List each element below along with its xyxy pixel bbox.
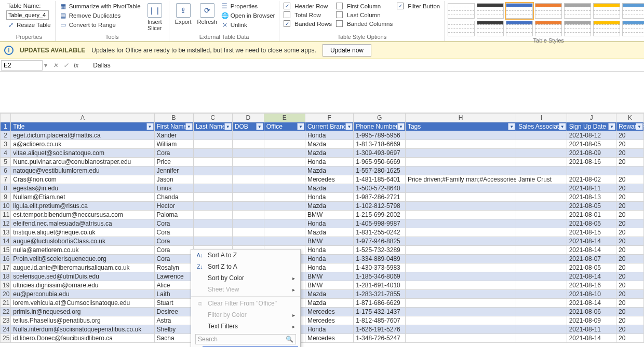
summarize-pivot-button[interactable]: ▦Summarize with PivotTable xyxy=(59,2,142,10)
cell[interactable] xyxy=(516,272,567,281)
cell[interactable] xyxy=(232,175,264,184)
cell[interactable]: 20 xyxy=(616,202,644,211)
cell[interactable]: Cora xyxy=(154,255,193,263)
cell[interactable]: 2021-08-14 xyxy=(567,246,616,255)
cell[interactable]: Lawrence xyxy=(154,272,193,281)
cell[interactable] xyxy=(193,202,232,211)
style-thumb[interactable] xyxy=(477,21,504,36)
cell[interactable]: 2021-08-01 xyxy=(567,211,616,219)
cell[interactable] xyxy=(232,184,264,193)
cell[interactable]: Mercedes xyxy=(305,308,353,316)
cell[interactable] xyxy=(405,228,516,237)
cell[interactable] xyxy=(405,255,516,263)
cell[interactable] xyxy=(264,175,305,184)
cell[interactable]: scelerisque.sed@utmiDuis.edu xyxy=(11,272,154,281)
cancel-icon[interactable]: ✕ xyxy=(53,62,58,69)
cell[interactable]: Mazda xyxy=(305,149,353,158)
cell[interactable]: Shelby xyxy=(154,325,193,334)
cell[interactable]: 1-405-998-9987 xyxy=(354,219,406,228)
style-thumb[interactable] xyxy=(506,3,533,19)
cell[interactable]: ligula.elit.pretium@risus.ca xyxy=(11,202,154,211)
filter-dropdown-icon[interactable]: ▼ xyxy=(508,123,515,130)
cell[interactable]: 2021-08-05 xyxy=(567,263,616,272)
row-header[interactable]: 5 xyxy=(1,158,11,166)
cell[interactable]: eget.dictum.placerat@mattis.ca xyxy=(11,131,154,140)
cell[interactable]: 1-102-812-5798 xyxy=(354,202,406,211)
cell[interactable]: Cras@non.com xyxy=(11,175,154,184)
cell[interactable] xyxy=(193,149,232,158)
cell[interactable]: 1-557-280-1625 xyxy=(354,166,406,175)
cell[interactable]: 2021-08-15 xyxy=(567,228,616,237)
cell[interactable] xyxy=(232,228,264,237)
cell[interactable] xyxy=(264,131,305,140)
styles-gallery[interactable] xyxy=(448,2,644,36)
cell[interactable] xyxy=(232,193,264,202)
row-header[interactable]: 3 xyxy=(1,140,11,149)
cell[interactable]: Honda xyxy=(305,193,353,202)
last-col-checkbox[interactable]: Last Column xyxy=(335,11,394,19)
cell[interactable]: Honda xyxy=(305,255,353,263)
cell[interactable]: Honda xyxy=(305,263,353,272)
cell[interactable]: primis.in@nequesed.org xyxy=(11,308,154,316)
properties-button[interactable]: ☰Properties xyxy=(220,2,276,10)
cell[interactable]: nulla@ametlorem.co.uk xyxy=(11,246,154,255)
cell[interactable]: Stuart xyxy=(154,299,193,308)
style-thumb[interactable] xyxy=(535,3,562,19)
table-header-cell[interactable]: Office▼ xyxy=(264,122,305,131)
row-header[interactable]: 23 xyxy=(1,316,11,325)
cell[interactable]: Linus xyxy=(154,184,193,193)
style-thumb[interactable] xyxy=(506,21,533,36)
cell[interactable]: 20 xyxy=(616,228,644,237)
cell[interactable]: Cora xyxy=(154,149,193,158)
cell[interactable] xyxy=(516,140,567,149)
cell[interactable] xyxy=(567,166,616,175)
cell[interactable] xyxy=(516,184,567,193)
cell[interactable] xyxy=(405,158,516,166)
cell[interactable] xyxy=(516,281,567,290)
cell[interactable] xyxy=(232,237,264,246)
filter-button-checkbox[interactable]: ✓Filter Button xyxy=(396,2,441,10)
cell[interactable]: Desiree xyxy=(154,308,193,316)
cell[interactable] xyxy=(516,211,567,219)
cell[interactable] xyxy=(405,237,516,246)
cell[interactable]: 20 xyxy=(616,158,644,166)
cell[interactable]: 20 xyxy=(616,149,644,158)
cell[interactable] xyxy=(193,140,232,149)
cell[interactable]: 1-626-191-5276 xyxy=(354,325,406,334)
row-header[interactable]: 24 xyxy=(1,325,11,334)
row-header[interactable]: 11 xyxy=(1,211,11,219)
filter-dropdown-icon[interactable]: ▼ xyxy=(185,123,193,130)
enter-icon[interactable]: ✓ xyxy=(63,62,69,69)
cell[interactable]: 2021-08-13 xyxy=(567,193,616,202)
cell[interactable]: 1-309-493-9697 xyxy=(354,149,406,158)
table-header-cell[interactable]: Tags▼ xyxy=(405,122,516,131)
cell[interactable]: 2021-08-14 xyxy=(567,334,616,343)
cell[interactable]: Rosalyn xyxy=(154,263,193,272)
style-thumb[interactable] xyxy=(448,3,475,19)
cell[interactable]: eu@perconubia.edu xyxy=(11,290,154,299)
cell[interactable] xyxy=(516,263,567,272)
cell[interactable] xyxy=(516,316,567,325)
cell[interactable] xyxy=(232,140,264,149)
row-header[interactable]: 25 xyxy=(1,334,11,343)
cell[interactable] xyxy=(405,193,516,202)
cell[interactable]: 1-334-889-0489 xyxy=(354,255,406,263)
row-header[interactable]: 18 xyxy=(1,272,11,281)
cell[interactable]: 20 xyxy=(616,334,644,343)
cell[interactable]: 1-813-718-6669 xyxy=(354,140,406,149)
cell[interactable]: Mazda xyxy=(305,290,353,299)
cell[interactable]: tellus.Phasellus@penatibus.org xyxy=(11,316,154,325)
cell[interactable]: 20 xyxy=(616,211,644,219)
total-row-checkbox[interactable]: Total Row xyxy=(283,11,333,19)
cell[interactable]: 1-430-373-5983 xyxy=(354,263,406,272)
row-header[interactable]: 17 xyxy=(1,263,11,272)
cell[interactable] xyxy=(405,140,516,149)
cell[interactable] xyxy=(193,237,232,246)
cell[interactable] xyxy=(516,237,567,246)
cell[interactable] xyxy=(193,228,232,237)
cell[interactable]: 2021-08-06 xyxy=(567,308,616,316)
update-now-button[interactable]: Update now xyxy=(323,44,371,57)
cell[interactable]: Laith xyxy=(154,290,193,299)
cell[interactable] xyxy=(405,184,516,193)
col-header-J[interactable]: J xyxy=(567,114,616,122)
